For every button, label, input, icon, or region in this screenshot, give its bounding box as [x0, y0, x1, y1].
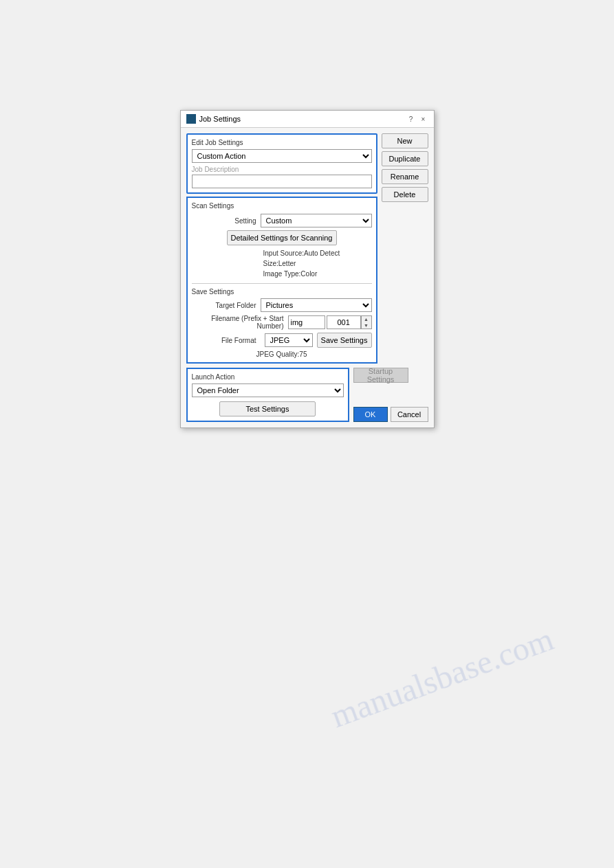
save-settings-section-label: Save Settings — [192, 288, 372, 296]
title-bar-left: Job Settings — [186, 114, 241, 124]
title-bar: Job Settings ? × — [181, 111, 434, 128]
save-settings-button[interactable]: Save Settings — [317, 333, 372, 348]
ok-cancel-row: OK Cancel — [353, 407, 428, 422]
number-input-wrapper: ▲ ▼ — [327, 315, 372, 329]
edit-job-settings-label: Edit Job Settings — [192, 139, 372, 146]
ok-button[interactable]: OK — [353, 407, 388, 422]
filename-label: Filename (Prefix + Start Number) — [192, 315, 288, 330]
file-format-dropdown[interactable]: JPEG — [265, 333, 313, 347]
test-settings-button[interactable]: Test Settings — [219, 401, 316, 416]
description-label: Job Description — [192, 166, 372, 173]
cancel-button[interactable]: Cancel — [391, 407, 428, 422]
edit-job-settings-box: Edit Job Settings Custom Action Job Desc… — [186, 133, 377, 194]
target-folder-row: Target Folder Pictures — [192, 298, 372, 312]
action-dropdown[interactable]: Custom Action — [192, 149, 372, 163]
detailed-btn-wrapper: Detailed Settings for Scanning — [192, 230, 372, 245]
left-panel: Edit Job Settings Custom Action Job Desc… — [186, 133, 377, 364]
rename-button[interactable]: Rename — [382, 169, 428, 184]
spinner-up[interactable]: ▲ — [362, 316, 371, 322]
test-settings-wrapper: Test Settings — [192, 401, 344, 416]
jpeg-quality: JPEG Quality:75 — [192, 350, 372, 358]
help-button[interactable]: ? — [406, 114, 416, 124]
app-icon — [186, 114, 196, 124]
filename-row: Filename (Prefix + Start Number) ▲ ▼ — [192, 315, 372, 330]
info-line1: Input Source:Auto Detect — [263, 248, 372, 258]
scan-settings-label: Scan Settings — [192, 202, 372, 210]
dialog-title: Job Settings — [199, 115, 241, 123]
detailed-settings-button[interactable]: Detailed Settings for Scanning — [227, 230, 337, 245]
description-input[interactable] — [192, 175, 372, 188]
setting-form-control: Custom — [261, 214, 372, 227]
launch-action-box: Launch Action Open Folder Test Settings — [186, 368, 349, 422]
file-format-label: File Format — [192, 337, 261, 344]
right-panel-spacer — [382, 205, 428, 364]
new-button[interactable]: New — [382, 133, 428, 148]
main-area: Edit Job Settings Custom Action Job Desc… — [186, 133, 428, 364]
scan-info: Input Source:Auto Detect Size:Letter Ima… — [263, 248, 372, 279]
filename-inputs: ▲ ▼ — [288, 315, 372, 329]
number-spinner: ▲ ▼ — [361, 315, 372, 329]
save-settings-btn-wrap: Save Settings — [317, 333, 372, 348]
filename-number-input[interactable] — [327, 315, 361, 329]
setting-row: Setting Custom — [192, 214, 372, 227]
delete-button[interactable]: Delete — [382, 187, 428, 202]
right-panel: New Duplicate Rename Delete — [382, 133, 428, 364]
info-line3: Image Type:Color — [263, 269, 372, 279]
startup-settings-button: Startup Settings — [353, 368, 408, 383]
spinner-down[interactable]: ▼ — [362, 322, 371, 329]
target-folder-dropdown[interactable]: Pictures — [261, 298, 372, 312]
filename-prefix-input[interactable] — [288, 315, 325, 329]
info-line2: Size:Letter — [263, 258, 372, 269]
duplicate-button[interactable]: Duplicate — [382, 151, 428, 166]
launch-action-dropdown[interactable]: Open Folder — [192, 383, 344, 397]
target-folder-control: Pictures — [261, 298, 372, 312]
setting-label: Setting — [192, 217, 261, 225]
scan-settings-box: Scan Settings Setting Custom Detailed Se… — [186, 197, 377, 364]
dialog-body: Edit Job Settings Custom Action Job Desc… — [181, 128, 434, 427]
bottom-area: Launch Action Open Folder Test Settings … — [186, 368, 428, 422]
bottom-right: Startup Settings OK Cancel — [353, 368, 428, 422]
target-folder-label: Target Folder — [192, 302, 261, 309]
title-controls: ? × — [406, 114, 428, 124]
job-settings-dialog: Job Settings ? × Edit Job Settings Custo… — [180, 110, 435, 428]
close-button[interactable]: × — [419, 114, 428, 124]
file-format-row: File Format JPEG Save Settings — [192, 333, 372, 348]
launch-action-label: Launch Action — [192, 373, 344, 381]
watermark: manualsbase.com — [326, 620, 558, 735]
setting-dropdown[interactable]: Custom — [261, 214, 372, 227]
